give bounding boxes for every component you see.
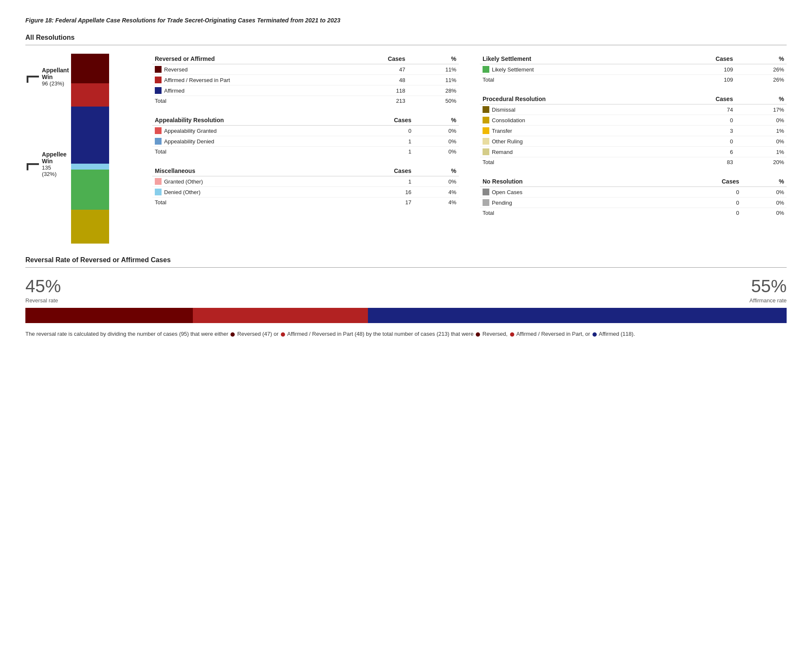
row-pct: 0% <box>414 136 459 147</box>
total-pct: 0% <box>414 147 459 157</box>
reversal-heading: Reversal Rate of Reversed or Affirmed Ca… <box>25 256 787 264</box>
total-cases: 83 <box>664 157 735 167</box>
col-pct-miscellaneous: % <box>414 166 459 176</box>
table-reversed_affirmed: Reversed or AffirmedCases%Reversed4711%A… <box>152 54 459 106</box>
tables-section: Reversed or AffirmedCases%Reversed4711%A… <box>152 54 787 244</box>
row-cases: 0 <box>336 126 414 136</box>
total-cases: 109 <box>664 75 735 85</box>
col-pct-appealability: % <box>414 115 459 126</box>
row-pct: 28% <box>408 85 459 96</box>
row-cases: 118 <box>336 85 408 96</box>
color-swatch <box>483 138 489 145</box>
rate-bar <box>25 308 787 323</box>
row-cases: 0 <box>664 136 735 147</box>
col-cases-procedural: Cases <box>664 94 735 104</box>
footnote-affirmed2: Affirmed (118). <box>599 331 635 337</box>
table-row: Affirmed11828% <box>152 85 459 96</box>
row-cases: 1 <box>336 136 414 147</box>
table-procedural: Procedural ResolutionCases%Dismissal7417… <box>480 94 787 167</box>
row-label: Denied (Other) <box>152 187 336 197</box>
row-cases: 6 <box>664 147 735 157</box>
tables-left: Reversed or AffirmedCases%Reversed4711%A… <box>152 54 459 244</box>
dot-affirmed-reversed <box>281 332 285 337</box>
row-label: Affirmed <box>152 85 336 96</box>
color-swatch <box>483 189 489 195</box>
total-pct: 26% <box>735 75 787 85</box>
tables-right: Likely SettlementCases%Likely Settlement… <box>480 54 787 244</box>
total-row: Total174% <box>152 197 459 208</box>
table-row: Consolidation00% <box>480 115 787 126</box>
total-row: Total10926% <box>480 75 787 85</box>
table-heading-miscellaneous: Miscellaneous <box>152 166 336 176</box>
table-heading-likely_settlement: Likely Settlement <box>480 54 664 64</box>
table-row: Other Ruling00% <box>480 136 787 147</box>
table-miscellaneous: MiscellaneousCases%Granted (Other)10%Den… <box>152 166 459 207</box>
color-swatch <box>155 127 162 134</box>
bar-appealability <box>71 164 109 170</box>
affirmance-rate-block: 55% Affirmance rate <box>749 276 787 304</box>
row-pct: 0% <box>414 176 459 187</box>
color-swatch <box>483 148 489 155</box>
bar-procedural <box>71 210 109 244</box>
main-content: ⌐ Appellant Win 96 (23%) ⌐ Appellee Win … <box>25 54 787 244</box>
reversal-rate-pct: 45% <box>25 276 61 296</box>
color-swatch <box>155 87 162 94</box>
bar-affirmed-reversed <box>71 83 109 107</box>
appellant-win-label: Appellant Win <box>42 67 69 80</box>
row-cases: 74 <box>664 104 735 115</box>
footnote-affirmed-reversed: Affirmed / Reversed in Part (48) by the … <box>287 331 475 337</box>
appellee-win-label: Appellee Win <box>42 151 66 164</box>
rate-bar-affirmed <box>368 308 787 323</box>
affirmance-rate-label: Affirmance rate <box>749 297 787 304</box>
col-pct-procedural: % <box>735 94 787 104</box>
total-row: Total10% <box>152 147 459 157</box>
col-cases-reversed_affirmed: Cases <box>336 54 408 64</box>
col-pct-no_resolution: % <box>742 176 787 187</box>
total-row: Total8320% <box>480 157 787 167</box>
row-label: Reversed <box>152 64 336 75</box>
row-label: Appealability Granted <box>152 126 336 136</box>
color-swatch <box>155 66 162 73</box>
total-cases: 17 <box>336 197 414 208</box>
total-cases: 1 <box>336 147 414 157</box>
col-pct-likely_settlement: % <box>735 54 787 64</box>
total-row: Total00% <box>480 208 787 218</box>
dot-reversed <box>230 332 235 337</box>
row-label: Dismissal <box>480 104 664 115</box>
appellant-win-pct: 96 (23%) <box>42 80 69 87</box>
row-pct: 4% <box>414 187 459 197</box>
row-label: Likely Settlement <box>480 64 664 75</box>
total-pct: 0% <box>742 208 787 218</box>
row-pct: 11% <box>408 75 459 85</box>
appellee-win-pct: 135 (32%) <box>42 164 66 177</box>
row-label: Consolidation <box>480 115 664 126</box>
table-row: Appealability Granted00% <box>152 126 459 136</box>
table-row: Affirmed / Reversed in Part4811% <box>152 75 459 85</box>
row-cases: 109 <box>664 64 735 75</box>
bar-reversed <box>71 54 109 83</box>
row-pct: 0% <box>742 187 787 197</box>
dot-affirmed-reversed2 <box>510 332 514 337</box>
color-swatch <box>483 199 489 206</box>
row-label: Transfer <box>480 126 664 136</box>
section-divider <box>25 45 787 45</box>
col-cases-no_resolution: Cases <box>664 176 742 187</box>
row-label: Remand <box>480 147 664 157</box>
bar-affirmed <box>71 107 109 164</box>
rate-row: 45% Reversal rate 55% Affirmance rate <box>25 276 787 304</box>
total-cases: 213 <box>336 96 408 106</box>
row-cases: 0 <box>664 197 742 208</box>
stacked-bar <box>71 54 109 244</box>
row-label: Appealability Denied <box>152 136 336 147</box>
reversal-section: Reversal Rate of Reversed or Affirmed Ca… <box>25 256 787 339</box>
table-heading-appealability: Appealability Resolution <box>152 115 336 126</box>
row-label: Other Ruling <box>480 136 664 147</box>
col-cases-appealability: Cases <box>336 115 414 126</box>
win-labels: ⌐ Appellant Win 96 (23%) ⌐ Appellee Win … <box>25 54 68 208</box>
color-swatch <box>483 127 489 134</box>
dot-affirmed2 <box>593 332 597 337</box>
row-pct: 1% <box>735 126 787 136</box>
row-cases: 47 <box>336 64 408 75</box>
color-swatch <box>483 117 489 123</box>
footnote-text-1: The reversal rate is calculated by divid… <box>25 331 230 337</box>
